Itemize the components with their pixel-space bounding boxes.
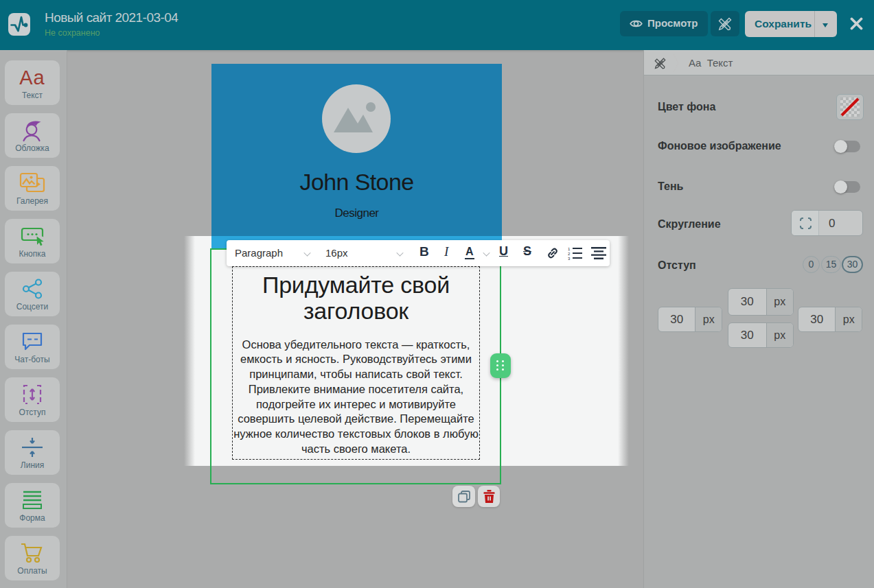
svg-text:1: 1 [568,247,571,251]
svg-text:3: 3 [568,257,571,261]
svg-text:2: 2 [568,252,571,256]
